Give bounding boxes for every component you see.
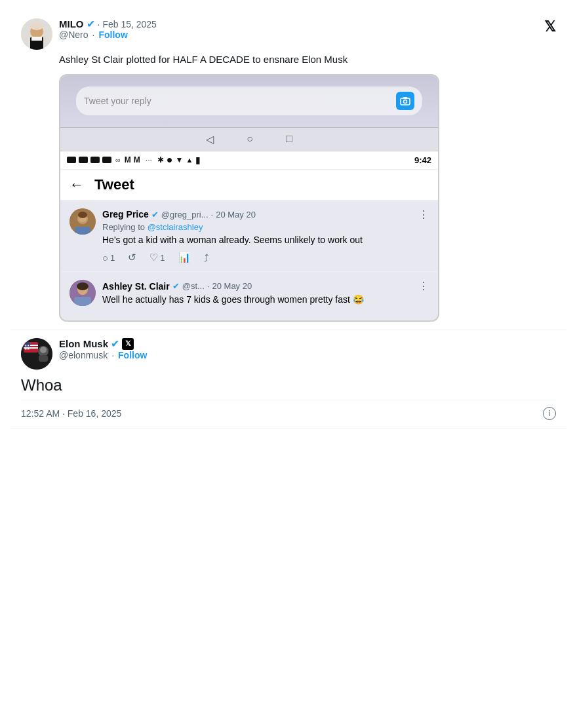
share-icon: ⤴ bbox=[204, 252, 209, 263]
verified-badge-icon: ✔ bbox=[87, 19, 95, 29]
elon-tweet-header: ★★ ★★ Elon Musk ✔ 𝕏 @elonmusk · Follow bbox=[21, 338, 556, 370]
home-nav-icon: ○ bbox=[247, 133, 253, 145]
phone-avatar-greg bbox=[70, 208, 96, 235]
phone-ashley-date: 20 May 20 bbox=[212, 281, 252, 291]
phone-reply-action: ○ 1 bbox=[102, 252, 115, 263]
music-icon: ∞ bbox=[115, 156, 121, 164]
phone-name-row-ashley: Ashley St. Clair ✔ @st... · 20 May 20 ⋮ bbox=[102, 280, 429, 292]
dot-separator-2: · bbox=[92, 29, 95, 40]
elon-display-name: Elon Musk bbox=[59, 338, 108, 349]
svg-point-25 bbox=[40, 347, 47, 353]
elon-verified-badge: ✔ bbox=[111, 339, 119, 349]
reply-box: Tweet your reply bbox=[76, 86, 422, 115]
svg-point-12 bbox=[78, 212, 87, 218]
tweet-text: Ashley St Clair plotted for HALF A DECAD… bbox=[59, 52, 556, 67]
phone-reply-area: Tweet your reply bbox=[60, 75, 438, 128]
name-row: MILO ✔ · Feb 15, 2025 bbox=[59, 18, 556, 29]
heart-icon: ♡ bbox=[149, 252, 158, 263]
phone-status-bar: ∞ M M ··· ✱ ● ▼ ▲ ▮ 9:42 bbox=[60, 151, 438, 170]
x-logo-icon: 𝕏 bbox=[544, 18, 556, 35]
svg-point-15 bbox=[77, 282, 89, 290]
svg-text:★★: ★★ bbox=[24, 347, 30, 351]
battery-icon: ▮ bbox=[195, 155, 201, 165]
phone-dot-ashley: · bbox=[207, 281, 210, 291]
recents-nav-icon: □ bbox=[286, 133, 292, 145]
phone-greg-handle: @greg_pri... bbox=[161, 210, 209, 220]
phone-greg-text: He's got a kid with a woman already. See… bbox=[102, 234, 429, 247]
phone-more-icon-ashley: ⋮ bbox=[418, 280, 429, 292]
comment-icon: ○ bbox=[102, 252, 108, 263]
tweet-title: Tweet bbox=[94, 176, 134, 193]
svg-rect-4 bbox=[31, 37, 42, 41]
phone-tweet-header: ← Tweet bbox=[60, 170, 438, 201]
svg-rect-5 bbox=[401, 98, 410, 105]
phone-name-row-greg: Greg Price ✔ @greg_pri... · 20 May 20 ⋮ bbox=[102, 208, 429, 221]
elon-x-badge: 𝕏 bbox=[122, 338, 134, 350]
tweet-elon: ★★ ★★ Elon Musk ✔ 𝕏 @elonmusk · Follow W… bbox=[10, 330, 567, 429]
phone-tweet-ashley: Ashley St. Clair ✔ @st... · 20 May 20 ⋮ … bbox=[60, 272, 438, 320]
tweet-milo: 𝕏 MILO ✔ · Feb 15, 2025 bbox=[10, 10, 567, 330]
phone-greg-date: 20 May 20 bbox=[216, 210, 256, 220]
status-box-4 bbox=[102, 157, 111, 163]
info-icon[interactable]: i bbox=[543, 407, 556, 420]
tweet-date: Feb 15, 2025 bbox=[102, 19, 157, 29]
bluetooth-icon: ✱ bbox=[157, 155, 164, 164]
elon-name-row: Elon Musk ✔ 𝕏 bbox=[59, 338, 556, 350]
status-time: 9:42 bbox=[414, 155, 431, 165]
phone-more-icon-greg: ⋮ bbox=[418, 208, 429, 221]
elon-tweet-text: Whoa bbox=[21, 376, 556, 394]
phone-ashley-text: Well he actually has 7 kids & goes throu… bbox=[102, 294, 429, 307]
elon-user-info: Elon Musk ✔ 𝕏 @elonmusk · Follow bbox=[59, 338, 556, 360]
elon-avatar: ★★ ★★ bbox=[21, 338, 52, 370]
elon-handle-row: @elonmusk · Follow bbox=[59, 350, 556, 360]
retweet-icon: ↺ bbox=[128, 252, 136, 263]
phone-like-action: ♡ 1 bbox=[149, 252, 165, 263]
status-box-2 bbox=[79, 157, 88, 163]
svg-rect-16 bbox=[74, 297, 91, 306]
phone-dot-greg: · bbox=[211, 210, 214, 220]
phone-tweet-content-greg: Greg Price ✔ @greg_pri... · 20 May 20 ⋮ … bbox=[102, 208, 429, 264]
like-count: 1 bbox=[160, 253, 165, 263]
three-dots: ··· bbox=[146, 155, 152, 164]
status-icons-left: ∞ M M ··· ✱ ● ▼ ▲ ▮ bbox=[67, 154, 201, 166]
phone-avatar-ashley bbox=[70, 280, 96, 306]
back-arrow-icon: ← bbox=[70, 176, 84, 193]
svg-rect-10 bbox=[75, 227, 90, 235]
phone-ashley-verified: ✔ bbox=[172, 281, 180, 291]
svg-rect-26 bbox=[39, 355, 48, 362]
m-icon-2: M bbox=[134, 155, 140, 164]
circle-icon: ● bbox=[167, 154, 173, 166]
phone-screenshot: Tweet your reply ◁ ○ □ bbox=[59, 74, 439, 322]
signal-bars: ▲ bbox=[186, 156, 193, 164]
wifi-icon: ▼ bbox=[176, 155, 184, 164]
svg-rect-7 bbox=[403, 97, 407, 99]
m-icon-1: M bbox=[125, 155, 131, 164]
handle: @Nero bbox=[59, 29, 89, 40]
reply-count: 1 bbox=[110, 253, 115, 263]
phone-nav-bar: ◁ ○ □ bbox=[60, 128, 438, 151]
follow-button[interactable]: Follow bbox=[98, 29, 127, 40]
tweet-timestamp-row: 12:52 AM · Feb 16, 2025 i bbox=[21, 400, 556, 420]
tweet-header: MILO ✔ · Feb 15, 2025 @Nero · Follow bbox=[21, 18, 556, 50]
phone-ashley-name: Ashley St. Clair bbox=[102, 281, 170, 292]
phone-tweet-greg: Greg Price ✔ @greg_pri... · 20 May 20 ⋮ … bbox=[60, 201, 438, 273]
reply-placeholder: Tweet your reply bbox=[84, 96, 151, 106]
display-name: MILO bbox=[59, 18, 84, 29]
phone-ashley-handle: @st... bbox=[182, 281, 205, 291]
svg-point-3 bbox=[30, 22, 43, 30]
replying-to-handle: @stclairashley bbox=[148, 222, 203, 232]
elon-handle: @elonmusk bbox=[59, 350, 108, 360]
svg-point-6 bbox=[404, 100, 407, 104]
elon-follow-button[interactable]: Follow bbox=[118, 350, 147, 360]
phone-actions-greg: ○ 1 ↺ ♡ 1 📊 ⤴ bbox=[102, 252, 429, 263]
phone-stats-action: 📊 bbox=[178, 252, 191, 263]
handle-row: @Nero · Follow bbox=[59, 29, 556, 40]
phone-tweet-content-ashley: Ashley St. Clair ✔ @st... · 20 May 20 ⋮ … bbox=[102, 280, 429, 312]
user-info: MILO ✔ · Feb 15, 2025 @Nero · Follow bbox=[59, 18, 556, 40]
tweet-timestamp: 12:52 AM · Feb 16, 2025 bbox=[21, 408, 121, 419]
back-nav-icon: ◁ bbox=[206, 133, 214, 145]
status-box-1 bbox=[67, 157, 76, 163]
status-box-3 bbox=[90, 157, 100, 163]
phone-retweet-action: ↺ bbox=[128, 252, 136, 263]
elon-dot-sep: · bbox=[111, 350, 114, 360]
